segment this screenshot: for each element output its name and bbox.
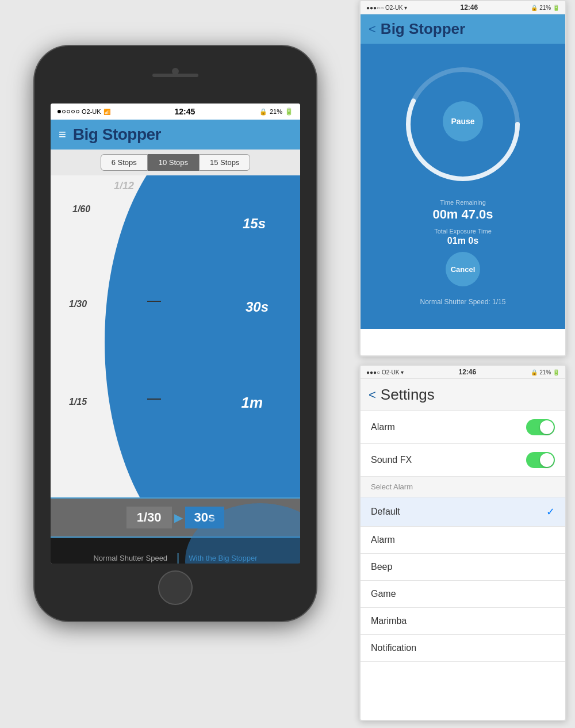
- exposure-label-30s: 30s: [246, 299, 269, 315]
- settings-list: Alarm Sound FX Select Alarm Default ✓ Al…: [361, 411, 565, 662]
- app-header: ≡ Big Stopper: [51, 120, 300, 150]
- alarm-label: Alarm: [371, 422, 395, 432]
- alarm-option-marimba[interactable]: Marimba: [361, 608, 565, 635]
- wifi-icon: 📶: [103, 109, 110, 115]
- tick-center-1: [147, 301, 161, 302]
- bottom-right-time: 12:46: [459, 368, 477, 376]
- total-exp-label: Total Exposure Time: [434, 228, 492, 235]
- alarm-option-notification[interactable]: Notification: [361, 635, 565, 662]
- exposure-label-15s: 15s: [243, 216, 266, 232]
- speed-label-1-30: 1/30: [69, 299, 87, 309]
- alarm-notification-label: Notification: [371, 643, 416, 653]
- cancel-button[interactable]: Cancel: [446, 252, 480, 286]
- settings-item-alarm: Alarm: [361, 411, 565, 444]
- total-exp-value: 01m 0s: [447, 236, 478, 246]
- sound-fx-label: Sound FX: [371, 455, 412, 465]
- carrier-label: O2-UK: [82, 108, 101, 115]
- signal-dot-2: [62, 110, 66, 113]
- alarm-default-label: Default: [371, 507, 400, 517]
- settings-item-sound-fx: Sound FX: [361, 444, 565, 477]
- alarm-toggle[interactable]: [526, 419, 555, 435]
- tabs-row: 6 Stops 10 Stops 15 Stops: [51, 150, 300, 175]
- tab-15-stops[interactable]: 15 Stops: [199, 154, 250, 171]
- check-icon: ✓: [546, 505, 555, 518]
- tick-center-2: [147, 399, 161, 400]
- dial-area[interactable]: 1/60 1/30 1/15 15s 30s 1m 1/12: [51, 175, 300, 497]
- select-alarm-header: Select Alarm: [361, 477, 565, 497]
- sound-fx-toggle[interactable]: [526, 452, 555, 468]
- alarm-marimba-label: Marimba: [371, 616, 407, 626]
- main-status-bar: O2-UK 📶 12:45 🔒 21% 🔋: [51, 104, 300, 120]
- top-right-battery: 🔒 21% 🔋: [531, 5, 559, 11]
- main-phone-screen: O2-UK 📶 12:45 🔒 21% 🔋 ≡ Big Stopper 6 St…: [51, 104, 300, 564]
- legend-normal-label: Normal Shutter Speed: [93, 554, 167, 562]
- bottom-right-header: < Settings: [361, 379, 565, 411]
- bottom-right-status-bar: ●●●○ O2-UK ▾ 12:46 🔒 21% 🔋: [361, 366, 565, 379]
- signal-dots: [57, 110, 79, 113]
- alarm-option-beep[interactable]: Beep: [361, 554, 565, 581]
- time-remaining-label: Time Remaining: [440, 199, 486, 206]
- bottom-right-carrier: ●●●○ O2-UK ▾: [366, 369, 404, 376]
- battery-label: 21%: [270, 108, 282, 115]
- bottom-dark-area: Normal Shutter Speed | With the Big Stop…: [51, 538, 300, 564]
- timer-area: Pause Time Remaining 00m 47.0s Total Exp…: [361, 44, 565, 329]
- selected-arrow-icon: ▶: [174, 511, 183, 524]
- top-right-time: 12:46: [461, 3, 478, 12]
- lock-icon: 🔒: [259, 108, 267, 116]
- top-right-carrier: ●●●○○ O2-UK ▾: [366, 5, 407, 11]
- timer-center: Pause: [443, 101, 483, 147]
- back-button-top[interactable]: <: [369, 22, 376, 37]
- selected-speed: 1/30: [126, 507, 172, 528]
- timer-circle-container: Pause: [400, 61, 526, 187]
- speed-label-1-15: 1/15: [69, 397, 87, 407]
- blue-dial-arc: [105, 175, 300, 497]
- alarm-beep-label: Beep: [371, 562, 392, 572]
- top-right-header: < Big Stopper: [361, 14, 565, 44]
- speed-label-1-60: 1/60: [72, 204, 90, 214]
- normal-shutter-label: Normal Shutter Speed: 1/15: [420, 298, 506, 312]
- status-left: O2-UK 📶: [57, 108, 110, 115]
- alarm-option-alarm[interactable]: Alarm: [361, 527, 565, 554]
- exposure-label-1m: 1m: [241, 394, 263, 412]
- main-phone: O2-UK 📶 12:45 🔒 21% 🔋 ≡ Big Stopper 6 St…: [34, 46, 316, 621]
- battery-icon: 🔋: [285, 108, 293, 116]
- menu-button[interactable]: ≡: [59, 127, 66, 142]
- signal-dot-4: [71, 110, 75, 113]
- bottom-right-phone: ●●●○ O2-UK ▾ 12:46 🔒 21% 🔋 < Settings Al…: [359, 365, 566, 721]
- signal-dot-1: [57, 110, 61, 113]
- time-display: 12:45: [174, 107, 195, 116]
- phone-speaker: [152, 74, 198, 77]
- alarm-game-label: Game: [371, 589, 396, 599]
- tab-6-stops[interactable]: 6 Stops: [101, 154, 148, 171]
- app-title: Big Stopper: [73, 125, 161, 144]
- signal-dot-5: [76, 110, 79, 113]
- signal-dot-3: [67, 110, 70, 113]
- top-arc-label: 1/12: [114, 180, 134, 192]
- status-right: 🔒 21% 🔋: [259, 108, 293, 116]
- bottom-right-title: Settings: [381, 386, 435, 404]
- legend-divider: |: [177, 551, 179, 564]
- top-right-title: Big Stopper: [381, 20, 465, 38]
- alarm-alarm-label: Alarm: [371, 535, 395, 545]
- bottom-right-battery: 🔒 21% 🔋: [531, 369, 559, 376]
- home-button[interactable]: [158, 570, 193, 605]
- time-remaining-value: 00m 47.0s: [432, 207, 493, 222]
- back-button-bottom[interactable]: <: [369, 388, 376, 403]
- alarm-option-default[interactable]: Default ✓: [361, 497, 565, 527]
- tab-10-stops[interactable]: 10 Stops: [148, 154, 199, 171]
- alarm-option-game[interactable]: Game: [361, 581, 565, 608]
- pause-button[interactable]: Pause: [443, 101, 483, 141]
- top-right-phone: ●●●○○ O2-UK ▾ 12:46 🔒 21% 🔋 < Big Stoppe…: [359, 0, 566, 357]
- top-right-status-bar: ●●●○○ O2-UK ▾ 12:46 🔒 21% 🔋: [361, 1, 565, 14]
